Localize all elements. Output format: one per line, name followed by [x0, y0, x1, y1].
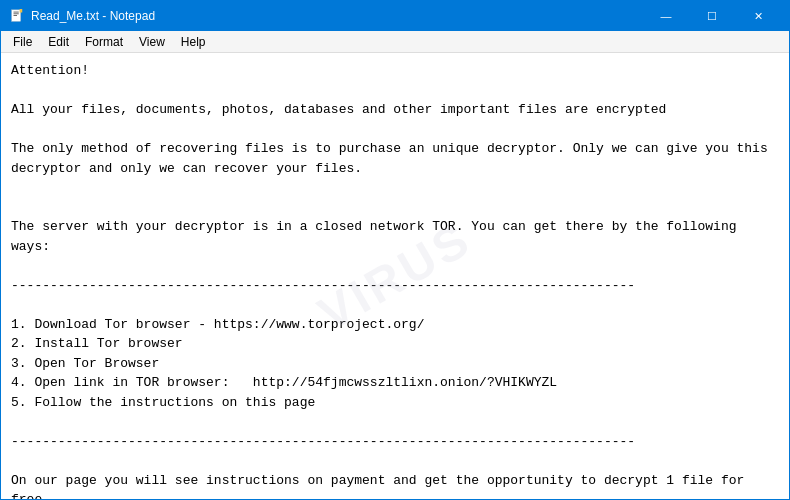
notepad-window: Read_Me.txt - Notepad — ☐ ✕ File Edit Fo… — [0, 0, 790, 500]
notepad-icon — [9, 8, 25, 24]
window-title: Read_Me.txt - Notepad — [31, 9, 643, 23]
menu-format[interactable]: Format — [77, 33, 131, 51]
svg-rect-2 — [14, 13, 19, 14]
menu-file[interactable]: File — [5, 33, 40, 51]
window-controls: — ☐ ✕ — [643, 1, 781, 31]
svg-rect-1 — [14, 12, 19, 13]
svg-rect-4 — [20, 9, 23, 13]
menu-view[interactable]: View — [131, 33, 173, 51]
maximize-button[interactable]: ☐ — [689, 1, 735, 31]
menu-help[interactable]: Help — [173, 33, 214, 51]
file-content: Attention! All your files, documents, ph… — [11, 61, 779, 499]
minimize-button[interactable]: — — [643, 1, 689, 31]
menu-edit[interactable]: Edit — [40, 33, 77, 51]
title-bar: Read_Me.txt - Notepad — ☐ ✕ — [1, 1, 789, 31]
text-editor[interactable]: VIRUS Attention! All your files, documen… — [1, 53, 789, 499]
close-button[interactable]: ✕ — [735, 1, 781, 31]
svg-rect-3 — [14, 15, 18, 16]
menu-bar: File Edit Format View Help — [1, 31, 789, 53]
